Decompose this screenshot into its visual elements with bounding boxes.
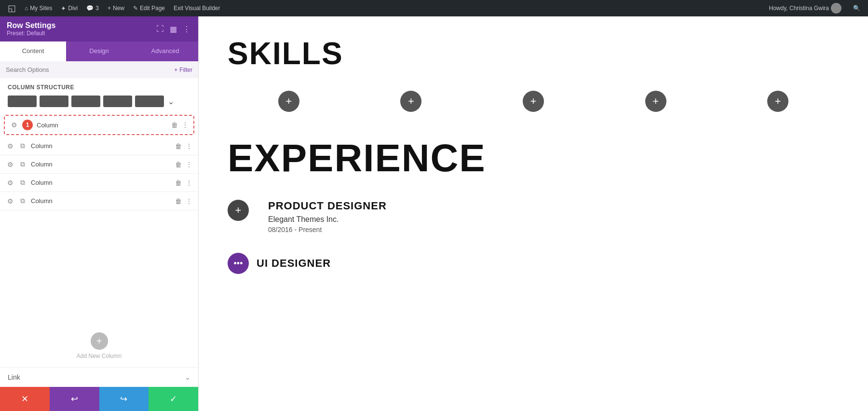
tab-content-label: Content <box>22 47 44 55</box>
chat-bubble[interactable]: ••• <box>228 253 249 274</box>
fullscreen-icon[interactable]: ⛶ <box>155 24 165 34</box>
home-icon: ⌂ <box>25 5 28 12</box>
more-icon-2[interactable]: ⋮ <box>186 142 192 150</box>
add-module-4[interactable]: + <box>645 91 666 112</box>
delete-icon-2[interactable]: 🗑 <box>175 142 182 150</box>
divi-button[interactable]: ✦ Divi <box>57 3 81 14</box>
job-title-1: PRODUCT DESIGNER <box>268 200 839 212</box>
ui-designer-title: UI DESIGNER <box>257 257 331 270</box>
column-name-1: Column <box>37 122 167 129</box>
settings-icon-5[interactable]: ⚙ <box>6 197 14 205</box>
delete-icon-4[interactable]: 🗑 <box>175 179 182 187</box>
redo-button[interactable]: ↪ <box>99 387 149 411</box>
more-icon-4[interactable]: ⋮ <box>186 179 192 187</box>
user-name: Howdy, Christina Gwira <box>769 5 829 12</box>
tab-design[interactable]: Design <box>66 41 132 61</box>
divi-icon: ✦ <box>61 5 66 12</box>
duplicate-icon-5[interactable]: ⧉ <box>18 197 27 205</box>
cancel-button[interactable]: ✕ <box>0 387 50 411</box>
admin-bar: ◱ ⌂ My Sites ✦ Divi 💬 3 + New ✎ Edit Pag… <box>0 0 868 16</box>
add-column-section: + Add New Column <box>0 325 198 367</box>
columns-list: ⚙ 1 Column 🗑 ⋮ ⚙ ⧉ Column 🗑 ⋮ ⚙ ⧉ Column… <box>0 113 198 325</box>
experience-row-1: + PRODUCT DESIGNER Elegant Themes Inc. 0… <box>228 200 839 233</box>
link-label: Link <box>8 373 20 381</box>
search-icon: 🔍 <box>853 5 860 12</box>
tabs: Content Design Advanced <box>0 41 198 61</box>
wp-icon: ◱ <box>8 3 16 14</box>
add-module-experience-1[interactable]: + <box>228 200 249 221</box>
settings-icon-2[interactable]: ⚙ <box>6 142 14 150</box>
exit-label: Exit Visual Builder <box>174 5 220 12</box>
add-column-button[interactable]: + <box>91 332 108 350</box>
admin-bar-left: ◱ ⌂ My Sites ✦ Divi 💬 3 + New ✎ Edit Pag… <box>4 1 763 15</box>
add-module-5[interactable]: + <box>767 91 788 112</box>
sidebar-header-left: Row Settings Preset: Default <box>7 21 55 37</box>
new-label: New <box>113 5 124 12</box>
edit-page-button[interactable]: ✎ Edit Page <box>129 3 169 14</box>
new-button[interactable]: + New <box>104 3 128 14</box>
search-admin-button[interactable]: 🔍 <box>849 3 864 14</box>
column-name-4: Column <box>31 179 171 186</box>
delete-icon-1[interactable]: 🗑 <box>171 121 178 129</box>
column-row-3: ⚙ ⧉ Column 🗑 ⋮ <box>0 155 198 174</box>
column-structure: ⌄ <box>0 94 198 113</box>
comments-count: 3 <box>95 5 99 12</box>
my-sites-label: My Sites <box>30 5 52 12</box>
tab-content[interactable]: Content <box>0 41 66 61</box>
settings-icon-4[interactable]: ⚙ <box>6 179 14 187</box>
settings-icon-3[interactable]: ⚙ <box>6 161 14 168</box>
tab-advanced[interactable]: Advanced <box>132 41 198 61</box>
columns-icon[interactable]: ▦ <box>169 24 178 35</box>
user-greeting[interactable]: Howdy, Christina Gwira <box>765 1 845 15</box>
column-row-5: ⚙ ⧉ Column 🗑 ⋮ <box>0 192 198 210</box>
duplicate-icon-2[interactable]: ⧉ <box>18 142 27 150</box>
save-button[interactable]: ✓ <box>149 387 198 411</box>
preset-label[interactable]: Preset: Default <box>7 30 55 37</box>
experience-content-1: PRODUCT DESIGNER Elegant Themes Inc. 08/… <box>268 200 839 233</box>
pencil-icon: ✎ <box>133 5 138 12</box>
col-more-icon[interactable]: ⌄ <box>167 97 175 106</box>
filter-button[interactable]: + Filter <box>174 67 192 73</box>
more-icon-5[interactable]: ⋮ <box>186 197 192 205</box>
avatar <box>831 3 841 14</box>
filter-icon: + <box>174 67 177 73</box>
column-badge-1: 1 <box>22 120 33 130</box>
col-layout-2[interactable] <box>40 96 68 107</box>
more-icon-1[interactable]: ⋮ <box>182 121 189 129</box>
tab-advanced-label: Advanced <box>151 47 179 55</box>
add-module-2[interactable]: + <box>400 91 421 112</box>
undo-button[interactable]: ↩ <box>50 387 99 411</box>
comment-icon: 💬 <box>86 5 94 12</box>
column-row-2: ⚙ ⧉ Column 🗑 ⋮ <box>0 137 198 155</box>
duplicate-icon-3[interactable]: ⧉ <box>18 160 27 168</box>
col-layout-5[interactable] <box>135 96 164 107</box>
comments-button[interactable]: 💬 3 <box>82 3 103 14</box>
add-module-1[interactable]: + <box>278 91 299 112</box>
settings-icon-1[interactable]: ⚙ <box>10 121 18 129</box>
col-layout-1[interactable] <box>8 96 37 107</box>
skills-row: + + + + + <box>228 91 839 112</box>
filter-label: Filter <box>179 67 192 73</box>
sidebar-title: Row Settings <box>7 21 55 30</box>
col-layout-3[interactable] <box>71 96 100 107</box>
sidebar-header-icons: ⛶ ▦ ⋮ <box>155 24 191 35</box>
wp-icon-button[interactable]: ◱ <box>4 1 20 15</box>
duplicate-icon-4[interactable]: ⧉ <box>18 178 27 187</box>
column-row-4: ⚙ ⧉ Column 🗑 ⋮ <box>0 174 198 192</box>
my-sites-button[interactable]: ⌂ My Sites <box>21 3 56 14</box>
undo-icon: ↩ <box>71 394 78 404</box>
bottom-bar: ✕ ↩ ↪ ✓ <box>0 387 198 411</box>
column-name-3: Column <box>31 161 171 168</box>
more-options-icon[interactable]: ⋮ <box>182 24 191 35</box>
add-module-3[interactable]: + <box>523 91 544 112</box>
col-layout-4[interactable] <box>103 96 132 107</box>
link-section[interactable]: Link ⌄ <box>0 367 198 387</box>
delete-icon-5[interactable]: 🗑 <box>175 197 182 205</box>
admin-bar-right: Howdy, Christina Gwira 🔍 <box>765 1 864 15</box>
delete-icon-3[interactable]: 🗑 <box>175 161 182 168</box>
more-icon-3[interactable]: ⋮ <box>186 161 192 168</box>
search-input[interactable] <box>6 66 170 73</box>
section-label: Column Structure <box>0 78 198 94</box>
exit-visual-builder-button[interactable]: Exit Visual Builder <box>170 3 224 14</box>
edit-page-label: Edit Page <box>140 5 165 12</box>
